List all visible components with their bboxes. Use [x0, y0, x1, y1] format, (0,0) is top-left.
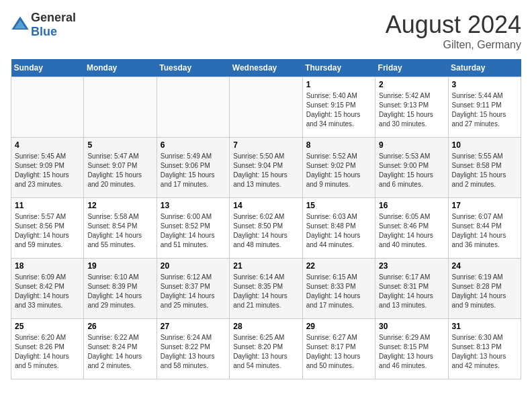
weekday-header-monday: Monday [84, 59, 157, 77]
day-number: 19 [87, 261, 152, 271]
day-info: Sunrise: 6:20 AM Sunset: 8:26 PM Dayligh… [15, 333, 80, 371]
logo: General Blue [11, 11, 76, 39]
day-cell: 9Sunrise: 5:53 AM Sunset: 9:00 PM Daylig… [375, 138, 448, 198]
day-number: 24 [452, 261, 517, 271]
week-row-3: 11Sunrise: 5:57 AM Sunset: 8:56 PM Dayli… [11, 198, 521, 259]
day-cell: 21Sunrise: 6:14 AM Sunset: 8:35 PM Dayli… [230, 259, 302, 319]
day-info: Sunrise: 5:45 AM Sunset: 9:09 PM Dayligh… [15, 152, 80, 189]
day-cell: 13Sunrise: 6:00 AM Sunset: 8:52 PM Dayli… [157, 198, 229, 259]
logo-general: General [31, 11, 76, 24]
day-number: 9 [379, 140, 444, 150]
week-row-1: 1Sunrise: 5:40 AM Sunset: 9:15 PM Daylig… [11, 77, 521, 138]
day-cell: 29Sunrise: 6:27 AM Sunset: 8:17 PM Dayli… [302, 319, 375, 379]
week-row-5: 25Sunrise: 6:20 AM Sunset: 8:26 PM Dayli… [11, 319, 521, 379]
day-number: 15 [306, 201, 371, 210]
day-info: Sunrise: 5:50 AM Sunset: 9:04 PM Dayligh… [233, 152, 298, 189]
day-info: Sunrise: 6:19 AM Sunset: 8:28 PM Dayligh… [452, 273, 517, 310]
logo-text: General Blue [31, 11, 76, 39]
day-cell: 24Sunrise: 6:19 AM Sunset: 8:28 PM Dayli… [448, 259, 521, 319]
day-number: 12 [87, 201, 152, 210]
day-info: Sunrise: 6:27 AM Sunset: 8:17 PM Dayligh… [306, 333, 371, 371]
day-number: 2 [379, 80, 444, 89]
day-cell: 1Sunrise: 5:40 AM Sunset: 9:15 PM Daylig… [302, 77, 375, 138]
weekday-header-tuesday: Tuesday [157, 59, 229, 77]
day-info: Sunrise: 6:07 AM Sunset: 8:44 PM Dayligh… [452, 212, 517, 250]
day-number: 6 [161, 140, 226, 150]
day-cell [230, 77, 302, 138]
day-info: Sunrise: 6:25 AM Sunset: 8:20 PM Dayligh… [233, 333, 298, 371]
day-cell: 31Sunrise: 6:30 AM Sunset: 8:13 PM Dayli… [448, 319, 521, 379]
day-number: 17 [452, 201, 517, 210]
day-number: 31 [452, 322, 517, 331]
day-info: Sunrise: 6:24 AM Sunset: 8:22 PM Dayligh… [161, 333, 226, 371]
weekday-header-thursday: Thursday [302, 59, 375, 77]
day-cell: 6Sunrise: 5:49 AM Sunset: 9:06 PM Daylig… [157, 138, 229, 198]
day-cell: 11Sunrise: 5:57 AM Sunset: 8:56 PM Dayli… [11, 198, 84, 259]
day-info: Sunrise: 6:12 AM Sunset: 8:37 PM Dayligh… [161, 273, 226, 310]
day-number: 10 [452, 140, 517, 150]
location-title: Gilten, Germany [386, 39, 521, 51]
day-number: 23 [379, 261, 444, 271]
day-info: Sunrise: 5:58 AM Sunset: 8:54 PM Dayligh… [87, 212, 152, 250]
day-info: Sunrise: 6:17 AM Sunset: 8:31 PM Dayligh… [379, 273, 444, 310]
day-info: Sunrise: 5:53 AM Sunset: 9:00 PM Dayligh… [379, 152, 444, 189]
day-number: 11 [15, 201, 80, 210]
day-number: 13 [161, 201, 226, 210]
day-cell: 27Sunrise: 6:24 AM Sunset: 8:22 PM Dayli… [157, 319, 229, 379]
day-number: 7 [233, 140, 298, 150]
day-cell [84, 77, 157, 138]
day-cell: 22Sunrise: 6:15 AM Sunset: 8:33 PM Dayli… [302, 259, 375, 319]
day-cell: 8Sunrise: 5:52 AM Sunset: 9:02 PM Daylig… [302, 138, 375, 198]
day-info: Sunrise: 6:22 AM Sunset: 8:24 PM Dayligh… [87, 333, 152, 371]
day-cell: 4Sunrise: 5:45 AM Sunset: 9:09 PM Daylig… [11, 138, 84, 198]
week-row-4: 18Sunrise: 6:09 AM Sunset: 8:42 PM Dayli… [11, 259, 521, 319]
day-info: Sunrise: 6:02 AM Sunset: 8:50 PM Dayligh… [233, 212, 298, 250]
logo-icon [11, 15, 30, 34]
day-info: Sunrise: 5:44 AM Sunset: 9:11 PM Dayligh… [452, 91, 517, 129]
day-number: 28 [233, 322, 298, 331]
calendar-table: SundayMondayTuesdayWednesdayThursdayFrid… [11, 59, 521, 379]
day-number: 27 [161, 322, 226, 331]
day-cell: 7Sunrise: 5:50 AM Sunset: 9:04 PM Daylig… [230, 138, 302, 198]
day-number: 29 [306, 322, 371, 331]
day-info: Sunrise: 5:49 AM Sunset: 9:06 PM Dayligh… [161, 152, 226, 189]
day-number: 21 [233, 261, 298, 271]
weekday-header-sunday: Sunday [11, 59, 84, 77]
day-cell: 16Sunrise: 6:05 AM Sunset: 8:46 PM Dayli… [375, 198, 448, 259]
day-number: 14 [233, 201, 298, 210]
day-info: Sunrise: 6:10 AM Sunset: 8:39 PM Dayligh… [87, 273, 152, 310]
day-info: Sunrise: 6:03 AM Sunset: 8:48 PM Dayligh… [306, 212, 371, 250]
weekday-header-wednesday: Wednesday [230, 59, 302, 77]
page-header: General Blue August 2024 Gilten, Germany [11, 11, 521, 51]
month-year-title: August 2024 [386, 11, 521, 39]
day-number: 18 [15, 261, 80, 271]
day-cell: 19Sunrise: 6:10 AM Sunset: 8:39 PM Dayli… [84, 259, 157, 319]
day-cell: 15Sunrise: 6:03 AM Sunset: 8:48 PM Dayli… [302, 198, 375, 259]
day-cell: 26Sunrise: 6:22 AM Sunset: 8:24 PM Dayli… [84, 319, 157, 379]
logo-blue: Blue [31, 25, 57, 38]
day-cell: 10Sunrise: 5:55 AM Sunset: 8:58 PM Dayli… [448, 138, 521, 198]
day-number: 25 [15, 322, 80, 331]
day-cell: 12Sunrise: 5:58 AM Sunset: 8:54 PM Dayli… [84, 198, 157, 259]
day-info: Sunrise: 5:52 AM Sunset: 9:02 PM Dayligh… [306, 152, 371, 189]
day-cell: 20Sunrise: 6:12 AM Sunset: 8:37 PM Dayli… [157, 259, 229, 319]
day-number: 1 [306, 80, 371, 89]
day-number: 22 [306, 261, 371, 271]
day-cell [11, 77, 84, 138]
title-block: August 2024 Gilten, Germany [386, 11, 521, 51]
day-info: Sunrise: 6:00 AM Sunset: 8:52 PM Dayligh… [161, 212, 226, 250]
day-cell: 25Sunrise: 6:20 AM Sunset: 8:26 PM Dayli… [11, 319, 84, 379]
weekday-header-saturday: Saturday [448, 59, 521, 77]
day-info: Sunrise: 5:42 AM Sunset: 9:13 PM Dayligh… [379, 91, 444, 129]
weekday-header-friday: Friday [375, 59, 448, 77]
day-number: 3 [452, 80, 517, 89]
day-cell: 28Sunrise: 6:25 AM Sunset: 8:20 PM Dayli… [230, 319, 302, 379]
week-row-2: 4Sunrise: 5:45 AM Sunset: 9:09 PM Daylig… [11, 138, 521, 198]
day-number: 16 [379, 201, 444, 210]
day-number: 5 [87, 140, 152, 150]
day-info: Sunrise: 5:47 AM Sunset: 9:07 PM Dayligh… [87, 152, 152, 189]
day-number: 26 [87, 322, 152, 331]
day-info: Sunrise: 5:40 AM Sunset: 9:15 PM Dayligh… [306, 91, 371, 129]
day-info: Sunrise: 6:30 AM Sunset: 8:13 PM Dayligh… [452, 333, 517, 371]
day-cell: 3Sunrise: 5:44 AM Sunset: 9:11 PM Daylig… [448, 77, 521, 138]
